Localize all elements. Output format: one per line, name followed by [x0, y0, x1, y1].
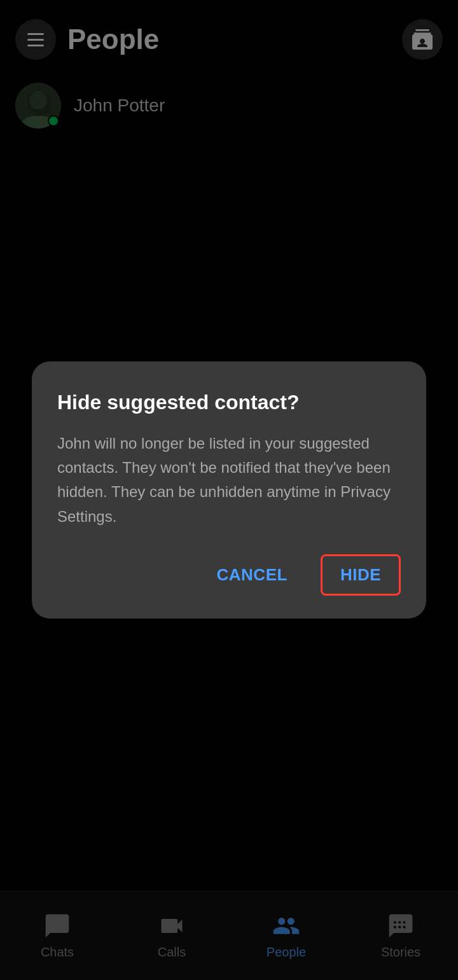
dialog-overlay: Hide suggested contact? John will no lon…: [0, 0, 458, 980]
dialog-title: Hide suggested contact?: [57, 389, 401, 416]
hide-button[interactable]: HIDE: [321, 554, 401, 596]
cancel-button[interactable]: CANCEL: [199, 554, 305, 596]
hide-contact-dialog: Hide suggested contact? John will no lon…: [32, 361, 426, 619]
dialog-actions: CANCEL HIDE: [57, 554, 401, 596]
dialog-message: John will no longer be listed in your su…: [57, 431, 401, 529]
